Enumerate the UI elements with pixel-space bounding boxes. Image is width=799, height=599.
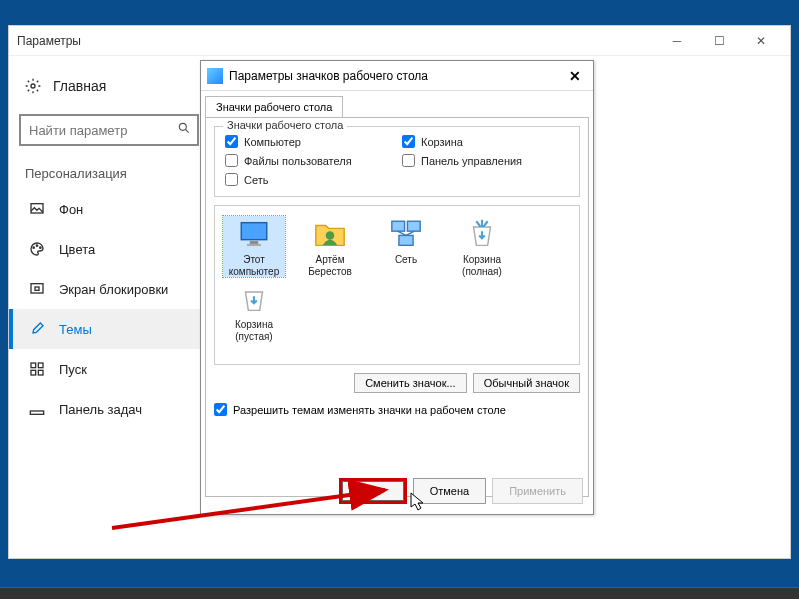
svg-rect-9 — [31, 363, 36, 368]
svg-rect-20 — [399, 235, 413, 245]
taskbar-icon — [29, 401, 45, 417]
sidebar-item-taskbar[interactable]: Панель задач — [9, 389, 209, 429]
section-label: Персонализация — [9, 162, 209, 189]
checkbox-computer[interactable]: Компьютер — [225, 135, 392, 148]
search-box[interactable] — [19, 114, 199, 146]
network-icon — [388, 216, 424, 252]
taskbar[interactable] — [0, 587, 799, 599]
settings-titlebar: Параметры ─ ☐ ✕ — [9, 26, 790, 56]
minimize-button[interactable]: ─ — [656, 26, 698, 56]
icon-item-computer[interactable]: Этоткомпьютер — [223, 216, 285, 277]
apply-button[interactable]: Применить — [492, 478, 583, 504]
sidebar-item-background[interactable]: Фон — [9, 189, 209, 229]
nav-label: Панель задач — [59, 402, 142, 417]
recyclebin-empty-icon — [236, 281, 272, 317]
svg-rect-11 — [31, 370, 36, 375]
checkbox-group: Значки рабочего стола Компьютер Корзина … — [214, 126, 580, 197]
desktop-icons-dialog: Параметры значков рабочего стола ✕ Значк… — [200, 60, 594, 515]
settings-sidebar: Главная Персонализация Фон Цвета Экран б… — [9, 56, 209, 558]
checkbox-userfiles[interactable]: Файлы пользователя — [225, 154, 392, 167]
svg-line-2 — [185, 129, 188, 132]
svg-rect-14 — [241, 223, 267, 240]
checkbox-controlpanel[interactable]: Панель управления — [402, 154, 569, 167]
sidebar-item-themes[interactable]: Темы — [9, 309, 209, 349]
change-icon-button[interactable]: Сменить значок... — [354, 373, 467, 393]
svg-point-5 — [36, 245, 37, 246]
svg-point-17 — [326, 231, 335, 240]
svg-rect-8 — [35, 287, 39, 290]
dialog-title: Параметры значков рабочего стола — [229, 69, 428, 83]
settings-title: Параметры — [17, 34, 81, 48]
nav-label: Пуск — [59, 362, 87, 377]
dialog-icon — [207, 68, 223, 84]
recyclebin-full-icon — [464, 216, 500, 252]
dialog-close-button[interactable]: ✕ — [563, 66, 587, 86]
svg-rect-16 — [247, 244, 261, 246]
maximize-button[interactable]: ☐ — [698, 26, 740, 56]
svg-rect-12 — [38, 370, 43, 375]
icon-item-user[interactable]: АртёмБерестов — [299, 216, 361, 277]
default-icon-button[interactable]: Обычный значок — [473, 373, 580, 393]
nav-label: Темы — [59, 322, 92, 337]
svg-rect-7 — [31, 284, 43, 293]
dialog-tabs: Значки рабочего стола — [201, 91, 593, 117]
dialog-titlebar: Параметры значков рабочего стола ✕ — [201, 61, 593, 91]
svg-rect-10 — [38, 363, 43, 368]
svg-rect-13 — [30, 411, 43, 414]
svg-rect-18 — [392, 221, 405, 231]
svg-point-0 — [31, 84, 35, 88]
dialog-button-row: OK Отмена Применить — [339, 478, 583, 504]
computer-icon — [236, 216, 272, 252]
lock-icon — [29, 281, 45, 297]
nav-label: Цвета — [59, 242, 95, 257]
cancel-button[interactable]: Отмена — [413, 478, 486, 504]
grid-icon — [29, 361, 45, 377]
svg-rect-19 — [407, 221, 420, 231]
brush-icon — [29, 321, 45, 337]
group-legend: Значки рабочего стола — [223, 119, 347, 131]
svg-point-1 — [179, 123, 186, 130]
user-folder-icon — [312, 216, 348, 252]
ok-highlight-annotation: OK — [339, 478, 407, 504]
picture-icon — [29, 201, 45, 217]
search-icon — [177, 121, 191, 139]
home-label: Главная — [53, 78, 106, 94]
gear-icon — [25, 78, 41, 94]
tab-desktop-icons[interactable]: Значки рабочего стола — [205, 96, 343, 118]
close-button[interactable]: ✕ — [740, 26, 782, 56]
search-input[interactable] — [29, 123, 189, 138]
checkbox-recyclebin[interactable]: Корзина — [402, 135, 569, 148]
ok-button[interactable]: OK — [342, 481, 404, 501]
allow-themes-checkbox[interactable]: Разрешить темам изменять значки на рабоч… — [214, 403, 580, 416]
checkbox-network[interactable]: Сеть — [225, 173, 392, 186]
nav-label: Фон — [59, 202, 83, 217]
sidebar-item-lockscreen[interactable]: Экран блокировки — [9, 269, 209, 309]
sidebar-item-start[interactable]: Пуск — [9, 349, 209, 389]
icon-item-bin-full[interactable]: Корзина(полная) — [451, 216, 513, 277]
svg-rect-15 — [250, 241, 259, 244]
sidebar-item-colors[interactable]: Цвета — [9, 229, 209, 269]
icon-item-network[interactable]: Сеть — [375, 216, 437, 277]
svg-point-6 — [40, 247, 41, 248]
palette-icon — [29, 241, 45, 257]
sidebar-item-home[interactable]: Главная — [9, 68, 209, 104]
icon-preview-list[interactable]: Этоткомпьютер АртёмБерестов Сеть Корзина… — [214, 205, 580, 365]
icon-item-bin-empty[interactable]: Корзина(пустая) — [223, 281, 285, 342]
nav-label: Экран блокировки — [59, 282, 168, 297]
svg-point-4 — [33, 247, 34, 248]
